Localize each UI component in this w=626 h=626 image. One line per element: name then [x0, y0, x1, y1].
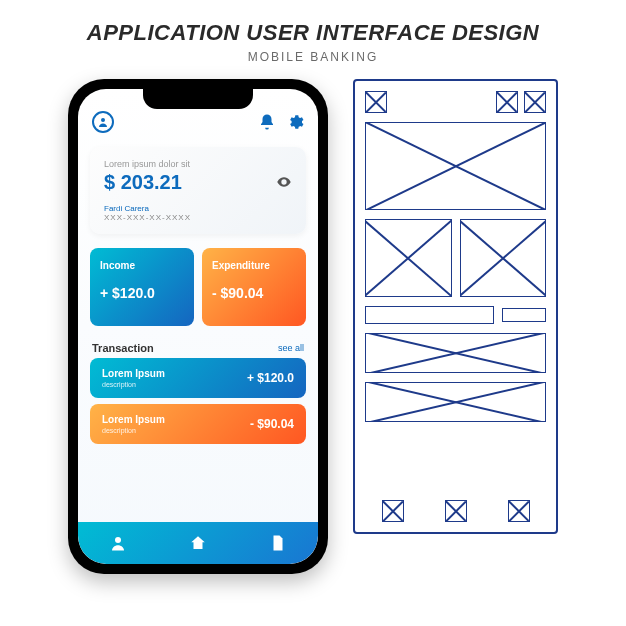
profile-button[interactable]: [92, 111, 114, 133]
balance-card: Lorem ipsum dolor sit $ 203.21 Fardi Car…: [90, 147, 306, 234]
expenditure-label: Expenditure: [212, 260, 296, 271]
transaction-title: Lorem Ipsum: [102, 414, 165, 425]
transaction-value: + $120.0: [247, 371, 294, 385]
nav-home-icon[interactable]: [189, 534, 207, 552]
user-icon: [97, 116, 109, 128]
account-number: XXX-XXX-XX-XXXX: [104, 213, 292, 222]
transaction-desc: description: [102, 427, 165, 434]
svg-point-1: [115, 537, 121, 543]
wf-placeholder: [524, 91, 546, 113]
transaction-title: Lorem Ipsum: [102, 368, 165, 379]
wf-placeholder: [445, 500, 467, 522]
income-value: + $120.0: [100, 285, 184, 301]
transactions-title: Transaction: [92, 342, 154, 354]
balance-amount: $ 203.21: [104, 171, 182, 194]
income-card[interactable]: Income + $120.0: [90, 248, 194, 326]
transaction-value: - $90.04: [250, 417, 294, 431]
balance-label: Lorem ipsum dolor sit: [104, 159, 292, 169]
wf-placeholder: [365, 306, 494, 324]
wf-placeholder: [382, 500, 404, 522]
account-name: Fardi Carera: [104, 204, 292, 213]
wf-placeholder: [365, 382, 546, 422]
wireframe-panel: [353, 79, 558, 534]
transaction-row[interactable]: Lorem Ipsum description - $90.04: [90, 404, 306, 444]
wf-placeholder: [365, 219, 452, 297]
bell-icon[interactable]: [258, 113, 276, 131]
see-all-link[interactable]: see all: [278, 343, 304, 353]
bottom-nav: [78, 522, 318, 564]
wf-placeholder: [508, 500, 530, 522]
nav-document-icon[interactable]: [269, 534, 287, 552]
income-label: Income: [100, 260, 184, 271]
wf-placeholder: [365, 91, 387, 113]
transaction-desc: description: [102, 381, 165, 388]
page-title: APPLICATION USER INTERFACE DESIGN: [30, 20, 596, 46]
wf-placeholder: [365, 333, 546, 373]
phone-frame: Lorem ipsum dolor sit $ 203.21 Fardi Car…: [68, 79, 328, 574]
expenditure-card[interactable]: Expenditure - $90.04: [202, 248, 306, 326]
wf-placeholder: [496, 91, 518, 113]
eye-icon[interactable]: [276, 174, 292, 190]
wf-placeholder: [460, 219, 547, 297]
svg-point-0: [101, 118, 105, 122]
wf-placeholder: [365, 122, 546, 210]
gear-icon[interactable]: [286, 113, 304, 131]
nav-profile-icon[interactable]: [109, 534, 127, 552]
wf-placeholder: [502, 308, 546, 322]
transaction-row[interactable]: Lorem Ipsum description + $120.0: [90, 358, 306, 398]
expenditure-value: - $90.04: [212, 285, 296, 301]
page-subtitle: MOBILE BANKING: [30, 50, 596, 64]
